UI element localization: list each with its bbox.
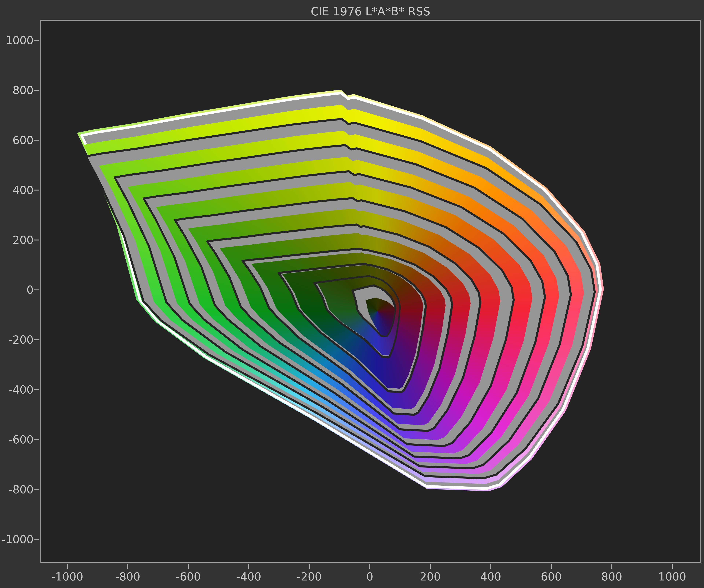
x-tick-label: -800 xyxy=(115,570,140,583)
x-tick-label: 800 xyxy=(601,570,622,583)
y-tick-label: 200 xyxy=(12,233,34,247)
y-tick-label: -800 xyxy=(9,483,34,496)
y-tick-label: 1000 xyxy=(5,34,34,47)
y-tick-label: -400 xyxy=(9,383,34,396)
y-tick-label: -1000 xyxy=(2,533,34,546)
x-tick-label: 600 xyxy=(541,570,562,583)
x-tick-label: 1000 xyxy=(658,570,686,583)
x-tick-label: -600 xyxy=(176,570,201,583)
y-tick-label: -600 xyxy=(9,433,34,446)
x-tick-label: -1000 xyxy=(51,570,83,583)
gamut-contour-canvas xyxy=(0,0,704,588)
x-tick-label: 0 xyxy=(366,570,373,583)
y-tick-label: -200 xyxy=(9,333,34,346)
x-tick-label: -400 xyxy=(236,570,261,583)
chart-title: CIE 1976 L*A*B* RSS xyxy=(311,5,430,18)
x-tick-label: -200 xyxy=(297,570,322,583)
x-tick-label: 400 xyxy=(480,570,502,583)
figure: -1000-800-600-400-20002004006008001000-1… xyxy=(0,0,704,588)
x-tick-label: 200 xyxy=(420,570,441,583)
y-tick-label: 0 xyxy=(26,283,34,296)
y-tick-label: 600 xyxy=(12,134,34,147)
y-tick-label: 800 xyxy=(12,84,34,97)
y-tick-label: 400 xyxy=(12,184,34,197)
